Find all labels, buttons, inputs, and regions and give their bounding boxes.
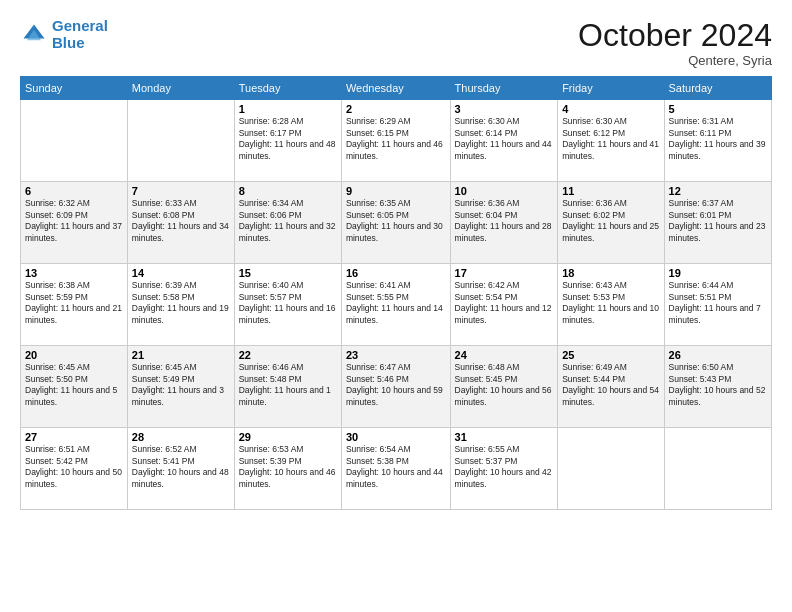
day-number: 28 [132,431,230,443]
day-number: 5 [669,103,767,115]
calendar-day-header: Wednesday [341,77,450,100]
calendar-cell: 10Sunrise: 6:36 AMSunset: 6:04 PMDayligh… [450,182,558,264]
calendar-day-header: Saturday [664,77,771,100]
calendar-cell: 14Sunrise: 6:39 AMSunset: 5:58 PMDayligh… [127,264,234,346]
day-info: Sunrise: 6:42 AMSunset: 5:54 PMDaylight:… [455,280,554,326]
calendar-cell: 21Sunrise: 6:45 AMSunset: 5:49 PMDayligh… [127,346,234,428]
day-info: Sunrise: 6:45 AMSunset: 5:49 PMDaylight:… [132,362,230,408]
calendar-cell: 19Sunrise: 6:44 AMSunset: 5:51 PMDayligh… [664,264,771,346]
day-number: 1 [239,103,337,115]
calendar-day-header: Monday [127,77,234,100]
day-info: Sunrise: 6:33 AMSunset: 6:08 PMDaylight:… [132,198,230,244]
calendar-cell: 13Sunrise: 6:38 AMSunset: 5:59 PMDayligh… [21,264,128,346]
day-info: Sunrise: 6:48 AMSunset: 5:45 PMDaylight:… [455,362,554,408]
day-number: 3 [455,103,554,115]
calendar-cell: 20Sunrise: 6:45 AMSunset: 5:50 PMDayligh… [21,346,128,428]
day-number: 7 [132,185,230,197]
calendar-cell [127,100,234,182]
calendar-table: SundayMondayTuesdayWednesdayThursdayFrid… [20,76,772,510]
calendar-cell: 23Sunrise: 6:47 AMSunset: 5:46 PMDayligh… [341,346,450,428]
calendar-cell: 7Sunrise: 6:33 AMSunset: 6:08 PMDaylight… [127,182,234,264]
day-info: Sunrise: 6:32 AMSunset: 6:09 PMDaylight:… [25,198,123,244]
calendar-day-header: Thursday [450,77,558,100]
calendar-cell: 18Sunrise: 6:43 AMSunset: 5:53 PMDayligh… [558,264,664,346]
calendar-cell: 17Sunrise: 6:42 AMSunset: 5:54 PMDayligh… [450,264,558,346]
day-number: 19 [669,267,767,279]
day-info: Sunrise: 6:31 AMSunset: 6:11 PMDaylight:… [669,116,767,162]
calendar-cell [664,428,771,510]
day-info: Sunrise: 6:28 AMSunset: 6:17 PMDaylight:… [239,116,337,162]
day-info: Sunrise: 6:52 AMSunset: 5:41 PMDaylight:… [132,444,230,490]
day-info: Sunrise: 6:39 AMSunset: 5:58 PMDaylight:… [132,280,230,326]
calendar-cell: 15Sunrise: 6:40 AMSunset: 5:57 PMDayligh… [234,264,341,346]
day-number: 12 [669,185,767,197]
calendar-cell: 25Sunrise: 6:49 AMSunset: 5:44 PMDayligh… [558,346,664,428]
day-info: Sunrise: 6:43 AMSunset: 5:53 PMDaylight:… [562,280,659,326]
calendar-day-header: Tuesday [234,77,341,100]
logo-text: General Blue [52,18,108,51]
calendar-cell: 29Sunrise: 6:53 AMSunset: 5:39 PMDayligh… [234,428,341,510]
calendar-cell [21,100,128,182]
day-info: Sunrise: 6:53 AMSunset: 5:39 PMDaylight:… [239,444,337,490]
calendar-cell: 4Sunrise: 6:30 AMSunset: 6:12 PMDaylight… [558,100,664,182]
day-number: 14 [132,267,230,279]
calendar-cell: 16Sunrise: 6:41 AMSunset: 5:55 PMDayligh… [341,264,450,346]
day-number: 22 [239,349,337,361]
day-number: 27 [25,431,123,443]
day-number: 26 [669,349,767,361]
day-info: Sunrise: 6:34 AMSunset: 6:06 PMDaylight:… [239,198,337,244]
day-number: 17 [455,267,554,279]
day-info: Sunrise: 6:38 AMSunset: 5:59 PMDaylight:… [25,280,123,326]
day-number: 16 [346,267,446,279]
day-number: 30 [346,431,446,443]
day-info: Sunrise: 6:45 AMSunset: 5:50 PMDaylight:… [25,362,123,408]
title-block: October 2024 Qentere, Syria [578,18,772,68]
calendar-cell: 2Sunrise: 6:29 AMSunset: 6:15 PMDaylight… [341,100,450,182]
logo: General Blue [20,18,108,51]
calendar-cell: 27Sunrise: 6:51 AMSunset: 5:42 PMDayligh… [21,428,128,510]
calendar-week-row: 13Sunrise: 6:38 AMSunset: 5:59 PMDayligh… [21,264,772,346]
day-number: 2 [346,103,446,115]
calendar-header-row: SundayMondayTuesdayWednesdayThursdayFrid… [21,77,772,100]
calendar-cell [558,428,664,510]
day-info: Sunrise: 6:36 AMSunset: 6:04 PMDaylight:… [455,198,554,244]
month-title: October 2024 [578,18,772,53]
day-info: Sunrise: 6:46 AMSunset: 5:48 PMDaylight:… [239,362,337,408]
day-info: Sunrise: 6:30 AMSunset: 6:12 PMDaylight:… [562,116,659,162]
calendar-cell: 5Sunrise: 6:31 AMSunset: 6:11 PMDaylight… [664,100,771,182]
day-number: 20 [25,349,123,361]
calendar-cell: 28Sunrise: 6:52 AMSunset: 5:41 PMDayligh… [127,428,234,510]
day-info: Sunrise: 6:41 AMSunset: 5:55 PMDaylight:… [346,280,446,326]
day-info: Sunrise: 6:35 AMSunset: 6:05 PMDaylight:… [346,198,446,244]
day-info: Sunrise: 6:47 AMSunset: 5:46 PMDaylight:… [346,362,446,408]
day-number: 25 [562,349,659,361]
day-info: Sunrise: 6:44 AMSunset: 5:51 PMDaylight:… [669,280,767,326]
day-info: Sunrise: 6:50 AMSunset: 5:43 PMDaylight:… [669,362,767,408]
day-info: Sunrise: 6:40 AMSunset: 5:57 PMDaylight:… [239,280,337,326]
day-number: 9 [346,185,446,197]
day-number: 24 [455,349,554,361]
day-number: 15 [239,267,337,279]
calendar-day-header: Friday [558,77,664,100]
day-info: Sunrise: 6:55 AMSunset: 5:37 PMDaylight:… [455,444,554,490]
day-number: 10 [455,185,554,197]
calendar-cell: 1Sunrise: 6:28 AMSunset: 6:17 PMDaylight… [234,100,341,182]
calendar-cell: 22Sunrise: 6:46 AMSunset: 5:48 PMDayligh… [234,346,341,428]
day-info: Sunrise: 6:37 AMSunset: 6:01 PMDaylight:… [669,198,767,244]
day-number: 4 [562,103,659,115]
day-number: 21 [132,349,230,361]
day-number: 8 [239,185,337,197]
calendar-cell: 24Sunrise: 6:48 AMSunset: 5:45 PMDayligh… [450,346,558,428]
calendar-week-row: 20Sunrise: 6:45 AMSunset: 5:50 PMDayligh… [21,346,772,428]
calendar-cell: 8Sunrise: 6:34 AMSunset: 6:06 PMDaylight… [234,182,341,264]
calendar-cell: 9Sunrise: 6:35 AMSunset: 6:05 PMDaylight… [341,182,450,264]
logo-icon [20,21,48,49]
calendar-day-header: Sunday [21,77,128,100]
day-info: Sunrise: 6:29 AMSunset: 6:15 PMDaylight:… [346,116,446,162]
day-number: 23 [346,349,446,361]
day-number: 31 [455,431,554,443]
location: Qentere, Syria [578,53,772,68]
day-number: 6 [25,185,123,197]
day-number: 29 [239,431,337,443]
calendar-cell: 12Sunrise: 6:37 AMSunset: 6:01 PMDayligh… [664,182,771,264]
